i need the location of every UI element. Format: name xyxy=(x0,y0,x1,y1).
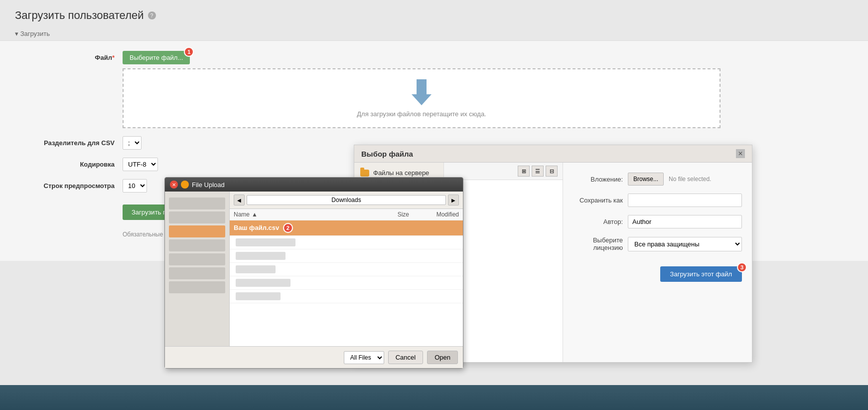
dialog-main: ◀ Downloads ▶ Name ▲ Size Modified xyxy=(230,192,463,346)
license-row: Выберите лицензию Все права защищены xyxy=(573,236,742,251)
sidebar-row-2 xyxy=(169,211,225,223)
author-row: Автор: xyxy=(573,215,742,228)
sidebar-row-active[interactable] xyxy=(169,225,225,237)
dialog-toolbar: ◀ Downloads ▶ xyxy=(230,192,463,209)
fm-title: Выбор файла xyxy=(361,150,413,158)
open-button[interactable]: Open xyxy=(427,351,458,364)
file-item-2[interactable] xyxy=(230,249,463,263)
file-list-header: Name ▲ Size Modified xyxy=(230,209,463,220)
selected-file-name: Ваш файл.csv 2 xyxy=(234,223,379,233)
step3-badge: 3 xyxy=(737,262,747,272)
fm-close-button[interactable]: ✕ xyxy=(736,149,745,158)
fm-upload-row: Загрузить этот файл 3 xyxy=(573,261,742,282)
no-file-text: No file selected. xyxy=(669,176,711,183)
view-list-button[interactable]: ☰ xyxy=(532,166,544,177)
nav-back-button[interactable]: ◀ xyxy=(234,195,245,205)
dialog-title: File Upload xyxy=(192,181,225,189)
fm-upload-button[interactable]: Загрузить этот файл 3 xyxy=(660,266,742,282)
nav-forward-button[interactable]: ▶ xyxy=(448,195,459,205)
cancel-button[interactable]: Cancel xyxy=(388,351,423,364)
dialog-overlay: ✕ File Upload ◀ xyxy=(0,0,868,410)
dialog-body: ◀ Downloads ▶ Name ▲ Size Modified xyxy=(165,192,463,346)
dialog-sidebar xyxy=(165,192,230,346)
sidebar-row-3 xyxy=(169,239,225,251)
selected-file-item[interactable]: Ваш файл.csv 2 xyxy=(230,220,463,236)
attachment-label: Вложение: xyxy=(573,176,623,183)
location-bar: Downloads xyxy=(247,195,446,205)
fm-folder-icon xyxy=(360,170,369,177)
sidebar-row-4 xyxy=(169,253,225,265)
fm-titlebar: Выбор файла ✕ xyxy=(354,145,752,163)
save-as-row: Сохранить как xyxy=(573,194,742,207)
view-detail-button[interactable]: ⊟ xyxy=(546,166,558,177)
save-as-input[interactable] xyxy=(628,194,742,207)
browse-button[interactable]: Browse... xyxy=(628,173,664,186)
dialog-footer: All Files Cancel Open xyxy=(165,346,463,368)
sidebar-row-6 xyxy=(169,281,225,293)
author-label: Автор: xyxy=(573,218,623,225)
dialog-minimize-button[interactable] xyxy=(181,181,189,189)
col-modified-header: Modified xyxy=(409,211,459,218)
dialog-close-button[interactable]: ✕ xyxy=(170,181,178,189)
author-input[interactable] xyxy=(628,215,742,228)
save-as-label: Сохранить как xyxy=(573,197,623,204)
sidebar-row-1 xyxy=(169,198,225,209)
page-background: Загрузить пользователей ? Загрузить Файл… xyxy=(0,0,868,410)
sidebar-row-5 xyxy=(169,267,225,279)
col-size-header: Size xyxy=(379,211,409,218)
license-select[interactable]: Все права защищены xyxy=(628,237,742,251)
file-item-1[interactable] xyxy=(230,236,463,249)
col-name-header: Name ▲ xyxy=(234,211,379,218)
file-item-4[interactable] xyxy=(230,276,463,290)
license-label: Выберите лицензию xyxy=(573,236,623,251)
file-item-3[interactable] xyxy=(230,263,463,276)
file-filter-select[interactable]: All Files xyxy=(344,351,384,364)
attachment-row: Вложение: Browse... No file selected. xyxy=(573,173,742,186)
file-item-5[interactable] xyxy=(230,290,463,303)
dialog-content: Name ▲ Size Modified Ваш файл.csv 2 xyxy=(230,209,463,346)
file-upload-dialog: ✕ File Upload ◀ xyxy=(164,177,463,369)
dialog-titlebar: ✕ File Upload xyxy=(165,178,463,192)
step2-badge: 2 xyxy=(283,223,293,233)
view-grid-button[interactable]: ⊞ xyxy=(518,166,530,177)
fm-right-panel: Вложение: Browse... No file selected. Со… xyxy=(563,163,752,362)
